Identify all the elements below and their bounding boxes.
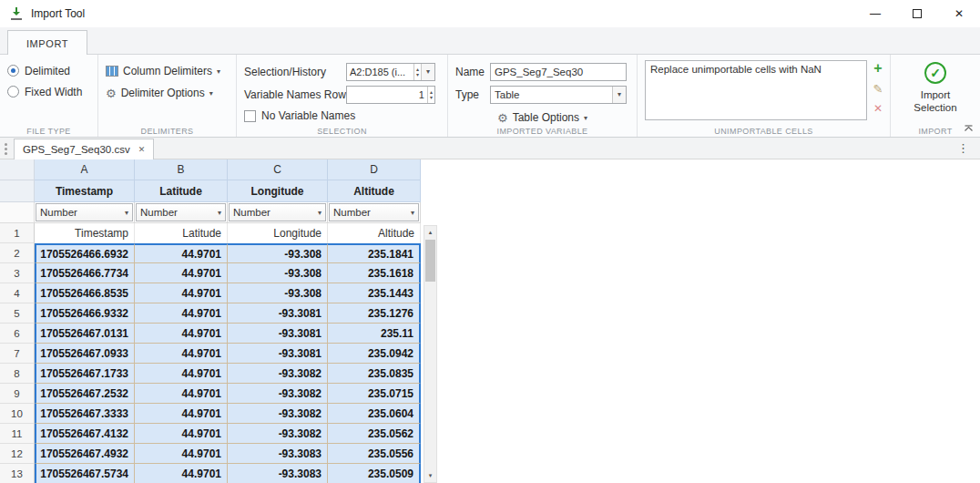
cell[interactable]: -93.3083 — [228, 464, 328, 483]
no-variable-names-checkbox[interactable]: No Variable Names — [244, 106, 440, 126]
spinner-icon[interactable]: ▴▾ — [413, 64, 421, 80]
cell[interactable]: 235.0942 — [328, 344, 421, 364]
cell[interactable]: 1705526466.8535 — [35, 283, 135, 303]
cell[interactable]: 1705526467.4132 — [35, 424, 135, 444]
type-select-control[interactable]: Number▾ — [136, 203, 226, 221]
type-select-a[interactable]: Number▾ — [35, 202, 135, 223]
cell[interactable]: 44.9701 — [135, 464, 228, 483]
type-select-d[interactable]: Number▾ — [328, 202, 421, 223]
vertical-scrollbar[interactable]: ▴ ▾ — [424, 225, 437, 483]
cell[interactable]: 44.9701 — [135, 364, 228, 384]
column-header-c[interactable]: C — [228, 159, 328, 180]
cell[interactable]: -93.3081 — [228, 324, 328, 344]
output-type-select[interactable]: Table ▾ — [490, 86, 627, 104]
cell[interactable]: -93.3083 — [228, 444, 328, 464]
close-button[interactable]: ✕ — [938, 0, 980, 27]
grid-corner[interactable] — [0, 159, 35, 180]
cell[interactable]: -93.3082 — [228, 384, 328, 404]
edit-rule-icon[interactable]: ✎ — [873, 83, 883, 95]
delete-rule-icon[interactable]: ✕ — [873, 103, 883, 114]
row-number[interactable]: 1 — [0, 223, 35, 243]
cell[interactable]: -93.3081 — [228, 303, 328, 324]
cell[interactable]: 44.9701 — [135, 344, 228, 364]
table-options-button[interactable]: ⚙ Table Options ▾ — [455, 107, 629, 128]
cell[interactable]: -93.308 — [228, 263, 328, 283]
variable-name-a[interactable]: Timestamp — [35, 180, 135, 202]
cell[interactable]: Timestamp — [35, 223, 135, 243]
type-select-c[interactable]: Number▾ — [228, 202, 328, 223]
row-number[interactable]: 12 — [0, 444, 35, 464]
cell[interactable]: -93.3082 — [228, 424, 328, 444]
add-rule-icon[interactable]: + — [873, 62, 882, 75]
cell[interactable]: 44.9701 — [135, 324, 228, 344]
row-number[interactable]: 4 — [0, 283, 35, 303]
type-select-b[interactable]: Number▾ — [135, 202, 228, 223]
cell[interactable]: 235.0509 — [328, 464, 421, 483]
radio-delimited[interactable]: Delimited — [7, 60, 90, 81]
scrollbar-thumb[interactable] — [425, 240, 435, 282]
cell[interactable]: 44.9701 — [135, 384, 228, 404]
column-header-b[interactable]: B — [135, 159, 228, 180]
cell[interactable]: 235.0556 — [328, 444, 421, 464]
cell[interactable]: 1705526466.9332 — [35, 303, 135, 324]
cell[interactable]: 44.9701 — [135, 263, 228, 283]
cell[interactable]: 235.0835 — [328, 364, 421, 384]
cell[interactable]: 1705526467.3333 — [35, 404, 135, 424]
cell[interactable]: 44.9701 — [135, 283, 228, 303]
maximize-button[interactable] — [896, 0, 938, 27]
cell[interactable]: 44.9701 — [135, 444, 228, 464]
variable-name-b[interactable]: Latitude — [135, 180, 228, 202]
cell[interactable]: 44.9701 — [135, 303, 228, 324]
cell[interactable]: 44.9701 — [135, 424, 228, 444]
cell[interactable]: 235.0715 — [328, 384, 421, 404]
unimportable-rule-item[interactable]: Replace unimportable cells with NaN — [650, 64, 822, 75]
cell[interactable]: 235.1443 — [328, 283, 421, 303]
type-select-control[interactable]: Number▾ — [229, 203, 326, 221]
variable-name-d[interactable]: Altitude — [328, 180, 421, 202]
scroll-down-icon[interactable]: ▾ — [424, 469, 436, 482]
selection-history-combo[interactable]: A2:D185 (i... ▴▾ ▾ — [346, 63, 435, 81]
panel-grip-icon[interactable] — [5, 143, 7, 146]
row-number[interactable]: 6 — [0, 324, 35, 344]
cell[interactable]: 1705526467.2532 — [35, 384, 135, 404]
cell[interactable]: -93.3081 — [228, 344, 328, 364]
row-number[interactable]: 8 — [0, 364, 35, 384]
variable-name-c[interactable]: Longitude — [228, 180, 328, 202]
unimportable-rules-list[interactable]: Replace unimportable cells with NaN — [645, 60, 867, 120]
chevron-down-icon[interactable]: ▾ — [421, 64, 434, 80]
tab-import[interactable]: IMPORT — [7, 30, 87, 56]
type-select-control[interactable]: Number▾ — [36, 203, 133, 221]
cell[interactable]: 235.11 — [328, 324, 421, 344]
cell[interactable]: 235.0562 — [328, 424, 421, 444]
column-header-a[interactable]: A — [35, 159, 135, 180]
column-delimiters-button[interactable]: Column Delimiters ▾ — [106, 60, 229, 82]
cell[interactable]: 1705526467.4932 — [35, 444, 135, 464]
delimiter-options-button[interactable]: ⚙ Delimiter Options ▾ — [106, 82, 229, 104]
scroll-up-icon[interactable]: ▴ — [424, 226, 436, 239]
cell[interactable]: 44.9701 — [135, 243, 228, 263]
variable-names-row-input[interactable]: 1 ▴▾ — [346, 86, 435, 104]
cell[interactable]: 235.1276 — [328, 303, 421, 324]
cell[interactable]: 1705526466.6932 — [35, 243, 135, 263]
cell[interactable]: 1705526467.0933 — [35, 344, 135, 364]
cell[interactable]: 235.1618 — [328, 263, 421, 283]
cell[interactable]: 235.0604 — [328, 404, 421, 424]
type-select-control[interactable]: Number▾ — [329, 203, 419, 221]
document-tab[interactable]: GPS_Seg7_Seq30.csv ✕ — [14, 139, 154, 160]
row-number[interactable]: 2 — [0, 243, 35, 263]
cell[interactable]: -93.3082 — [228, 364, 328, 384]
cell[interactable]: 44.9701 — [135, 404, 228, 424]
cell[interactable]: 1705526467.5734 — [35, 464, 135, 483]
cell[interactable]: 1705526467.1733 — [35, 364, 135, 384]
cell[interactable]: Longitude — [228, 223, 328, 243]
column-header-d[interactable]: D — [328, 159, 421, 180]
cell[interactable]: 1705526466.7734 — [35, 263, 135, 283]
cell[interactable]: -93.308 — [228, 283, 328, 303]
row-number[interactable]: 13 — [0, 464, 35, 483]
minimize-button[interactable]: — — [854, 0, 896, 27]
row-number[interactable]: 9 — [0, 384, 35, 404]
row-number[interactable]: 7 — [0, 344, 35, 364]
cell[interactable]: 1705526467.0131 — [35, 324, 135, 344]
overflow-menu-icon[interactable]: ⋮ — [957, 141, 969, 155]
row-number[interactable]: 11 — [0, 424, 35, 444]
